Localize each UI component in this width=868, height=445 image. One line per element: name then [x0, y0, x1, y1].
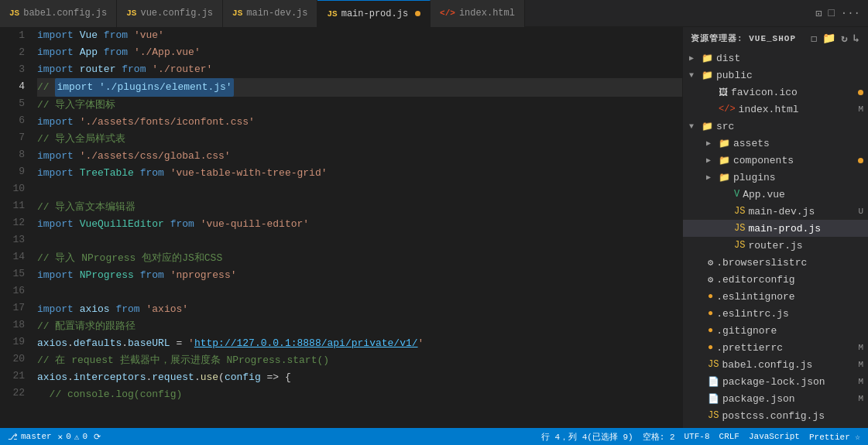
tree-item-browserslistrc[interactable]: ⚙ .browserslistrc [683, 254, 868, 271]
tab-label: index.html [459, 8, 515, 19]
code-line-13 [37, 233, 682, 250]
tree-item-favicon[interactable]: 🖼 favicon.ico [683, 84, 868, 101]
more-actions-icon[interactable]: ··· [841, 7, 860, 19]
tab-main-dev[interactable]: JS main-dev.js [223, 0, 317, 27]
spaces-info[interactable]: 空格: 2 [643, 431, 675, 443]
status-bar-left: ⎇ master ✕ 0 ⚠ 0 ⟳ [8, 432, 101, 442]
tree-item-plugins[interactable]: ▶ 📁 plugins [683, 169, 868, 186]
new-folder-icon[interactable]: 📁 [822, 32, 836, 45]
tab-label: main-dev.js [246, 8, 307, 19]
tab-label: vue.config.js [140, 8, 213, 19]
tree-item-app-vue[interactable]: V App.vue [683, 186, 868, 203]
tab-index-html[interactable]: </> index.html [431, 0, 525, 27]
spaces-label: 空格: 2 [643, 431, 675, 443]
tree-item-eslintrc[interactable]: ● .eslintrc.js [683, 305, 868, 322]
folder-icon: 📁 [702, 53, 713, 64]
config-icon: ● [708, 342, 713, 353]
arrow-icon: ▶ [706, 173, 719, 182]
badge-m: M [858, 104, 863, 114]
main-layout: 1 2 3 4 5 6 7 8 9 10 11 12 13 14 15 16 1… [0, 27, 868, 428]
tree-item-package[interactable]: 📄 package.json M [683, 390, 868, 407]
language-info[interactable]: JavaScript [749, 432, 800, 441]
tree-item-prettierrc[interactable]: ● .prettierrc M [683, 339, 868, 356]
file-label: components [733, 155, 794, 166]
branch-name: master [21, 432, 52, 441]
tree-item-src[interactable]: ▼ 📁 src [683, 118, 868, 135]
code-line-18: // 配置请求的跟路径 [37, 318, 682, 335]
code-line-9: import TreeTable from 'vue-table-with-tr… [37, 165, 682, 182]
file-label: dist [716, 53, 740, 64]
code-line-1: import Vue from 'vue' [37, 27, 682, 44]
file-label: public [716, 70, 753, 81]
collapse-icon[interactable]: ↳ [853, 32, 860, 45]
tree-item-components[interactable]: ▶ 📁 components [683, 152, 868, 169]
tab-label: main-prod.js [341, 9, 408, 19]
line-info[interactable]: 行 4，列 4(已选择 9) [541, 431, 633, 443]
tree-item-babel[interactable]: JS babel.config.js M [683, 356, 868, 373]
tree-item-assets[interactable]: ▶ 📁 assets [683, 135, 868, 152]
code-container[interactable]: 1 2 3 4 5 6 7 8 9 10 11 12 13 14 15 16 1… [0, 27, 682, 428]
line-col-info: 行 4，列 4(已选择 9) [541, 431, 633, 443]
new-file-icon[interactable]: ◻ [811, 32, 818, 45]
arrow-icon: ▶ [706, 139, 719, 148]
tree-item-editorconfig[interactable]: ⚙ .editorconfig [683, 271, 868, 288]
maximize-icon[interactable]: □ [828, 7, 834, 19]
file-label: router.js [748, 240, 802, 252]
js-icon: JS [126, 9, 136, 18]
modified-dot [858, 90, 863, 95]
encoding-info[interactable]: UTF-8 [684, 432, 710, 441]
tree-item-main-prod[interactable]: JS main-prod.js [683, 220, 868, 237]
js-icon: JS [734, 240, 745, 251]
refresh-icon[interactable]: ↻ [841, 32, 848, 45]
formatter-label: Prettier ☆ [809, 432, 860, 442]
file-label: favicon.ico [731, 87, 798, 98]
config-icon: ● [708, 308, 713, 319]
file-label: .eslintrc.js [716, 308, 789, 320]
tab-main-prod[interactable]: JS main-prod.js [317, 0, 431, 27]
tree-item-postcss[interactable]: JS postcss.config.js [683, 407, 868, 424]
tab-vue-config[interactable]: JS vue.config.js [117, 0, 223, 27]
tree-item-public[interactable]: ▼ 📁 public [683, 67, 868, 84]
js-icon: JS [734, 206, 745, 217]
tree-item-gitignore[interactable]: ● .gitignore [683, 322, 868, 339]
badge-u: U [858, 207, 863, 216]
sync-icon[interactable]: ⟳ [94, 432, 101, 442]
js-icon: JS [708, 410, 719, 421]
badge-m: M [858, 343, 863, 352]
folder-icon: 📁 [702, 121, 713, 132]
json-icon: 📄 [708, 376, 719, 388]
config-icon: ⚙ [708, 257, 713, 269]
code-line-7: // 导入全局样式表 [37, 131, 682, 148]
js-icon: JS [9, 9, 19, 18]
folder-icon: 📁 [719, 172, 730, 183]
warning-icon: ⚠ [74, 432, 80, 442]
tree-item-router[interactable]: JS router.js [683, 237, 868, 254]
error-count[interactable]: ✕ 0 ⚠ 0 [58, 432, 87, 442]
code-line-16 [37, 284, 682, 301]
sidebar-actions: ◻ 📁 ↻ ↳ [811, 32, 860, 45]
split-editor-icon[interactable]: ⊡ [815, 7, 822, 20]
tree-item-package-lock[interactable]: 📄 package-lock.json M [683, 373, 868, 390]
code-lines: import Vue from 'vue' import App from '.… [31, 27, 682, 428]
file-label: package.json [722, 393, 795, 405]
tree-item-main-dev[interactable]: JS main-dev.js U [683, 203, 868, 220]
code-line-21: axios.interceptors.request.use(config =>… [37, 369, 682, 386]
tree-item-index-html[interactable]: </> index.html M [683, 101, 868, 118]
git-branch[interactable]: ⎇ master [8, 432, 52, 442]
formatter-info[interactable]: Prettier ☆ [809, 432, 860, 442]
code-line-11: // 导入富文本编辑器 [37, 199, 682, 216]
js-icon: JS [327, 9, 337, 19]
folder-icon: 📁 [719, 138, 730, 149]
code-line-2: import App from './App.vue' [37, 44, 682, 61]
modified-dot [415, 11, 420, 16]
git-icon: ⎇ [8, 432, 18, 442]
file-label: babel.config.js [722, 359, 812, 371]
arrow-icon: ▼ [689, 122, 702, 131]
code-line-22: // console.log(config) [37, 386, 682, 403]
line-ending-info[interactable]: CRLF [719, 432, 739, 441]
tree-item-dist[interactable]: ▶ 📁 dist [683, 50, 868, 67]
config-icon: ⚙ [708, 274, 713, 286]
tab-babel-config[interactable]: JS babel.config.js [0, 0, 117, 27]
tree-item-eslintignore[interactable]: ● .eslintignore [683, 288, 868, 305]
folder-icon: 📁 [719, 155, 730, 166]
